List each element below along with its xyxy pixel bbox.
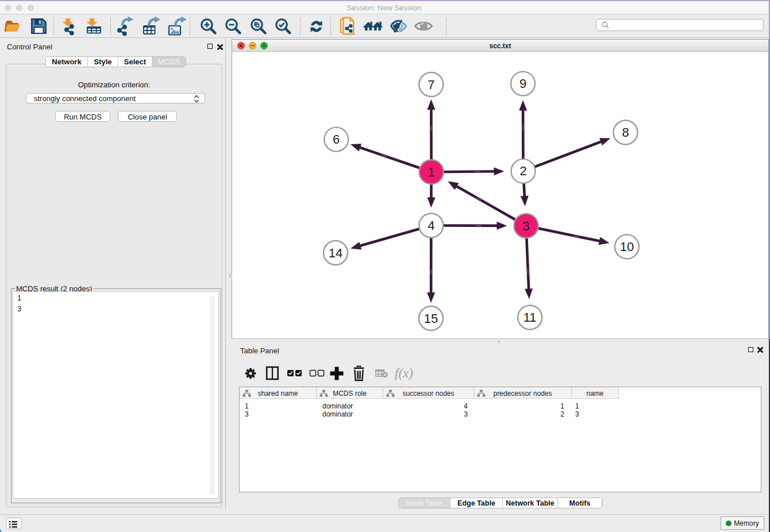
svg-text:2: 2 xyxy=(519,164,526,178)
svg-text:4: 4 xyxy=(428,218,434,233)
svg-text:7: 7 xyxy=(428,78,434,92)
svg-text:9: 9 xyxy=(519,76,526,91)
svg-text:10: 10 xyxy=(620,240,634,254)
svg-text:14: 14 xyxy=(329,246,342,260)
svg-text:f(x): f(x) xyxy=(395,366,413,380)
svg-text:8: 8 xyxy=(622,125,629,140)
svg-text:11: 11 xyxy=(523,310,537,325)
svg-text:15: 15 xyxy=(424,311,438,326)
svg-text:1: 1 xyxy=(428,165,434,179)
svg-text:3: 3 xyxy=(522,219,529,233)
svg-text:6: 6 xyxy=(333,132,340,147)
